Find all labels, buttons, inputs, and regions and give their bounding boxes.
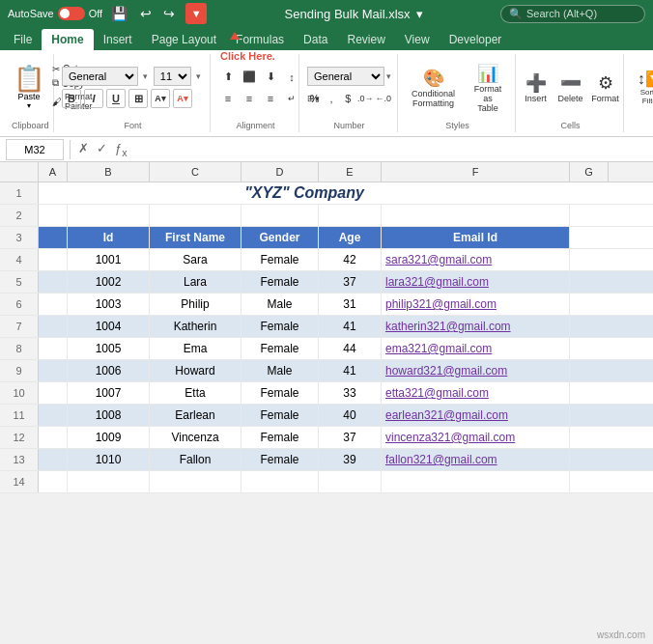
tab-insert[interactable]: Insert [94,29,142,50]
text-direction-button[interactable]: ↕ [282,68,301,87]
cell-age[interactable]: 42 [319,249,382,270]
cell-gender[interactable]: Female [241,249,319,270]
cell-email[interactable]: katherin321@gmail.com [382,316,570,337]
font-name-select[interactable]: General [62,67,138,86]
cell-id[interactable]: 1006 [68,360,150,381]
decrease-decimal-button[interactable]: ←.0 [376,89,392,108]
border-button[interactable]: ⊞ [128,89,148,108]
cell[interactable] [68,205,150,226]
cell-gender[interactable]: Female [241,338,319,359]
cell-email[interactable]: lara321@gmail.com [382,271,570,293]
cell-id[interactable]: 1005 [68,338,150,359]
tab-data[interactable]: Data [294,29,337,50]
cell[interactable] [241,205,319,226]
percent-button[interactable]: % [307,89,322,108]
cell-gender[interactable]: Female [241,405,319,426]
tab-page-layout[interactable]: Page Layout [142,29,226,50]
tab-home[interactable]: Home [42,29,93,50]
cell-age[interactable]: 31 [319,294,382,315]
cell[interactable] [39,271,68,293]
cell-email[interactable]: philip321@gmail.com [382,294,570,315]
cell-gender[interactable]: Female [241,449,319,470]
cell-age[interactable]: 37 [319,271,382,293]
cancel-formula-icon[interactable]: ✗ [76,139,91,160]
redo-button[interactable]: ↪ [158,3,180,24]
cell[interactable] [150,471,241,492]
cell[interactable] [39,205,68,226]
cell-name[interactable]: Lara [150,271,241,293]
cell[interactable] [68,471,150,492]
cell-id[interactable]: 1001 [68,249,150,270]
cell-id[interactable]: 1010 [68,449,150,470]
cell-id[interactable]: 1009 [68,427,150,448]
number-format-select[interactable]: General [307,67,384,86]
align-top-button[interactable]: ⬆ [218,68,238,87]
cell-age[interactable]: 33 [319,382,382,404]
format-as-table-button[interactable]: 📊 Format as Table [467,61,509,115]
cell[interactable] [319,471,382,492]
cell[interactable] [39,471,68,492]
number-format-dropdown[interactable]: ▾ [386,71,391,81]
cell-age[interactable]: 40 [319,405,382,426]
align-right-button[interactable]: ≡ [261,89,280,108]
cell-gender[interactable]: Male [241,294,319,315]
autosave-toggle[interactable] [58,7,85,20]
cell[interactable] [39,427,68,448]
currency-button[interactable]: $ [341,89,355,108]
confirm-formula-icon[interactable]: ✓ [95,139,109,160]
cell-name[interactable]: Vincenza [150,427,241,448]
format-cells-button[interactable]: ⚙ Format [590,70,621,105]
cell[interactable] [39,249,68,270]
cell[interactable] [382,205,570,226]
increase-decimal-button[interactable]: .0→ [357,89,374,108]
delete-cells-button[interactable]: ➖ Delete [555,70,586,105]
cell-gender[interactable]: Female [241,316,319,337]
cell[interactable] [241,471,319,492]
underline-button[interactable]: U [106,89,126,108]
font-size-select[interactable]: 11 [154,67,191,86]
sort-filter-button[interactable]: ↕🔽 Sort & Filter [632,68,653,107]
cell-name[interactable]: Katherin [150,316,241,337]
align-center-button[interactable]: ≡ [240,89,259,108]
save-button[interactable]: 💾 [108,3,129,24]
font-name-dropdown[interactable]: ▾ [141,67,151,86]
cell-name[interactable]: Ema [150,338,241,359]
cell[interactable] [39,449,68,470]
fill-color-button[interactable]: A▾ [151,89,170,108]
cell-email[interactable]: ema321@gmail.com [382,338,570,359]
cell-name[interactable]: Earlean [150,405,241,426]
cell-age[interactable]: 41 [319,360,382,381]
cell-name[interactable]: Sara [150,249,241,270]
cell[interactable] [382,471,570,492]
cell-name[interactable]: Howard [150,360,241,381]
cell-gender[interactable]: Female [241,427,319,448]
tab-developer[interactable]: Developer [440,29,512,50]
bold-button[interactable]: B [62,89,81,108]
conditional-formatting-button[interactable]: 🎨 Conditional Formatting [406,66,461,110]
cell[interactable] [39,382,68,404]
cell[interactable] [39,227,68,248]
formula-input[interactable] [133,139,647,160]
cell-email[interactable]: earlean321@gmail.com [382,405,570,426]
font-size-dropdown[interactable]: ▾ [194,67,204,86]
autosave-control[interactable]: AutoSave Off [8,7,102,20]
quick-access-button[interactable]: ▼ [185,3,207,24]
cell[interactable] [39,316,68,337]
cell-id[interactable]: 1003 [68,294,150,315]
cell-gender[interactable]: Female [241,382,319,404]
cell-age[interactable]: 37 [319,427,382,448]
align-left-button[interactable]: ≡ [218,89,238,108]
cell-id[interactable]: 1004 [68,316,150,337]
cell[interactable] [39,405,68,426]
cell-name[interactable]: Etta [150,382,241,404]
cell-email[interactable]: howard321@gmail.com [382,360,570,381]
align-bottom-button[interactable]: ⬇ [261,68,280,87]
cell-email[interactable]: etta321@gmail.com [382,382,570,404]
cell-id[interactable]: 1002 [68,271,150,293]
insert-function-icon[interactable]: ƒx [113,139,129,160]
comma-button[interactable]: , [324,89,338,108]
cell-name[interactable]: Fallon [150,449,241,470]
align-middle-button[interactable]: ⬛ [240,68,259,87]
insert-cells-button[interactable]: ➕ Insert [521,70,552,105]
cell[interactable] [39,294,68,315]
